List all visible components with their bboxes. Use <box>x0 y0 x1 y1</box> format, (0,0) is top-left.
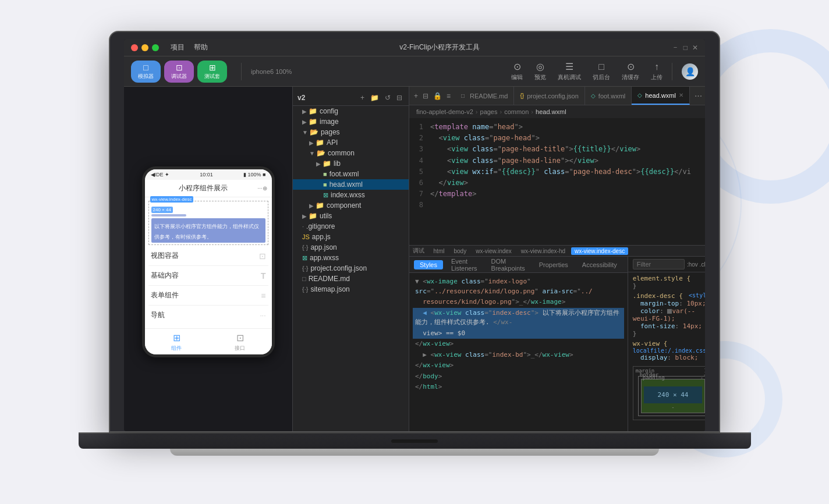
tab-foot-wxml[interactable]: ◇ foot.wxml <box>585 87 632 105</box>
tree-item-head-wxml[interactable]: ■ head.wxml <box>293 179 409 190</box>
tree-item-app-wxss[interactable]: ⊠ app.wxss <box>293 253 409 263</box>
sep-3: › <box>531 108 533 115</box>
inspector-tab-properties[interactable]: Properties <box>533 260 574 269</box>
tree-item-api[interactable]: ▶ 📁 API <box>293 137 409 148</box>
bottom-tab-component[interactable]: ⊞ 组件 <box>171 332 182 352</box>
tab-lock-btn[interactable]: 🔒 <box>433 92 442 100</box>
sel-index-hd[interactable]: wx-view.index-hd <box>518 247 569 255</box>
sel-html[interactable]: html <box>430 247 448 255</box>
inspector-tab-accessibility[interactable]: Accessibility <box>576 260 623 269</box>
tree-item-index-wxss[interactable]: ⊠ index.wxss <box>293 190 409 200</box>
mode-simulator[interactable]: □ 模拟器 <box>131 61 161 83</box>
toolbar: □ 模拟器 ⊡ 调试器 ⊞ 测试套 iphone6 100% <box>124 56 705 87</box>
nav-item-1[interactable]: 视图容器 ⊡ <box>148 246 268 266</box>
mode-debugger[interactable]: ⊡ 调试器 <box>164 61 194 83</box>
sel-index-desc[interactable]: wx-view.index-desc <box>571 247 628 255</box>
component-label: component <box>327 201 361 210</box>
bottom-tab-interface[interactable]: ⊡ 接口 <box>235 332 245 352</box>
simulator-icon: □ <box>143 63 148 72</box>
tree-item-foot-wxml[interactable]: ■ foot.wxml <box>293 169 409 179</box>
common-arrow: ▼ <box>309 150 315 157</box>
tree-item-project-config[interactable]: {·} project.config.json <box>293 263 409 274</box>
tree-item-gitignore[interactable]: · .gitignore <box>293 221 409 232</box>
wx-view-source[interactable]: localfile:/.index.css:2 <box>633 347 705 354</box>
app-json-icon: {·} <box>302 244 308 251</box>
action-edit[interactable]: ⊙ 编辑 <box>511 61 523 81</box>
head-tab-close[interactable]: ✕ <box>679 92 683 98</box>
nav-label-2: 基础内容 <box>151 271 179 281</box>
maximize-button[interactable] <box>152 44 159 51</box>
tab-head-wxml[interactable]: ◇ head.wxml ✕ <box>632 87 690 105</box>
tree-item-sitemap[interactable]: {·} sitemap.json <box>293 284 409 294</box>
inspector-tab-breakpoints[interactable]: DOM Breakpoints <box>486 257 531 273</box>
tab-split-btn[interactable]: ⊟ <box>423 92 428 100</box>
sel-body[interactable]: body <box>450 247 470 255</box>
tab-project-config[interactable]: {} project.config.json <box>514 87 584 105</box>
config-folder-icon: 📁 <box>309 107 317 115</box>
inspector-tab-styles[interactable]: Styles <box>414 260 443 269</box>
html-line-3[interactable]: ◀ <wx-view class="index-desc"> 以下将展示小程序官… <box>413 308 624 328</box>
menu-item-help[interactable]: 帮助 <box>194 42 208 52</box>
close-button[interactable] <box>131 44 138 51</box>
action-preview[interactable]: ◎ 预览 <box>534 61 546 81</box>
lib-label: lib <box>334 159 341 168</box>
inspector-tab-events[interactable]: Event Listeners <box>445 257 483 273</box>
prop-display: display <box>640 354 667 361</box>
nav-item-2[interactable]: 基础内容 T <box>148 266 268 286</box>
tree-item-utils[interactable]: ▶ 📁 utils <box>293 211 409 221</box>
html-line-1: ▼ <wx-image class="index-logo" src="../r… <box>413 276 624 297</box>
index-desc-source[interactable]: <style> <box>689 292 705 299</box>
user-avatar[interactable]: 👤 <box>682 63 698 80</box>
tab-new-btn[interactable]: + <box>414 92 418 100</box>
gitignore-label: .gitignore <box>306 222 335 230</box>
tree-item-image[interactable]: ▶ 📁 image <box>293 116 409 127</box>
new-file-btn[interactable]: + <box>359 93 366 103</box>
tabs-more[interactable]: ··· <box>690 91 705 101</box>
nav-item-4[interactable]: 导航 ··· <box>148 306 268 325</box>
html-line-4[interactable]: view> == $0 <box>413 328 624 339</box>
code-line-2: 2 <view class="page-head"> <box>409 133 705 144</box>
collapse-btn[interactable]: ⊟ <box>395 93 404 103</box>
laptop: 项目 帮助 v2-FinClip小程序开发工具 － □ ✕ □ <box>109 31 720 473</box>
tree-item-config[interactable]: ▶ 📁 config <box>293 106 409 116</box>
highlight-class-label: wx-view.index-desc <box>150 196 194 203</box>
refresh-btn[interactable]: ↺ <box>383 93 392 103</box>
filter-input[interactable] <box>633 259 685 269</box>
menu-item-project[interactable]: 项目 <box>171 42 185 52</box>
box-padding-section: padding - 240 × 44 - <box>641 379 705 413</box>
win-square[interactable]: □ <box>683 44 688 52</box>
action-upload[interactable]: ↑ 上传 <box>651 62 663 81</box>
line-num-6: 6 <box>409 178 430 189</box>
phone-app-titlebar: 小程序组件展示 ··· ⊕ <box>145 180 272 197</box>
tab-readme[interactable]: □ README.md <box>455 87 514 105</box>
code-editor[interactable]: 1 <template name="head"> 2 <view class="… <box>409 118 705 245</box>
tree-item-pages[interactable]: ▼ 📂 pages <box>293 127 409 137</box>
mode-test[interactable]: ⊞ 测试套 <box>197 61 227 83</box>
action-device-debug[interactable]: ☰ 真机调试 <box>558 61 581 81</box>
image-arrow: ▶ <box>302 119 307 125</box>
tree-item-lib[interactable]: ▶ 📁 lib <box>293 158 409 169</box>
sel-index[interactable]: wx-view.index <box>472 247 515 255</box>
win-minus[interactable]: － <box>672 42 679 52</box>
tree-item-app-js[interactable]: JS app.js <box>293 232 409 242</box>
nav-label-4: 导航 <box>151 310 165 320</box>
tree-item-component[interactable]: ▶ 📁 component <box>293 200 409 211</box>
new-folder-btn[interactable]: 📁 <box>369 93 381 103</box>
tree-item-readme[interactable]: □ README.md <box>293 274 409 284</box>
box-border-value: - <box>703 372 705 378</box>
tab-menu-btn[interactable]: ≡ <box>447 92 451 100</box>
lib-folder-icon: 📁 <box>323 159 331 168</box>
tree-item-common[interactable]: ▼ 📂 common <box>293 148 409 158</box>
component-arrow: ▶ <box>309 203 314 209</box>
action-clear-cache[interactable]: ⊙ 清缓存 <box>622 61 639 81</box>
nav-item-3[interactable]: 表单组件 ≡ <box>148 286 268 306</box>
action-background[interactable]: □ 切后台 <box>593 62 610 81</box>
tree-item-app-json[interactable]: {·} app.json <box>293 242 409 253</box>
minimize-button[interactable] <box>141 44 148 51</box>
sep-2: › <box>500 108 502 115</box>
app-titlebar: 项目 帮助 v2-FinClip小程序开发工具 － □ ✕ <box>124 39 705 56</box>
style-rule-element: element.style { } <box>633 275 705 290</box>
device-debug-icon: ☰ <box>565 61 573 72</box>
win-close[interactable]: ✕ <box>692 44 698 52</box>
file-tree-title: v2 <box>297 94 356 102</box>
